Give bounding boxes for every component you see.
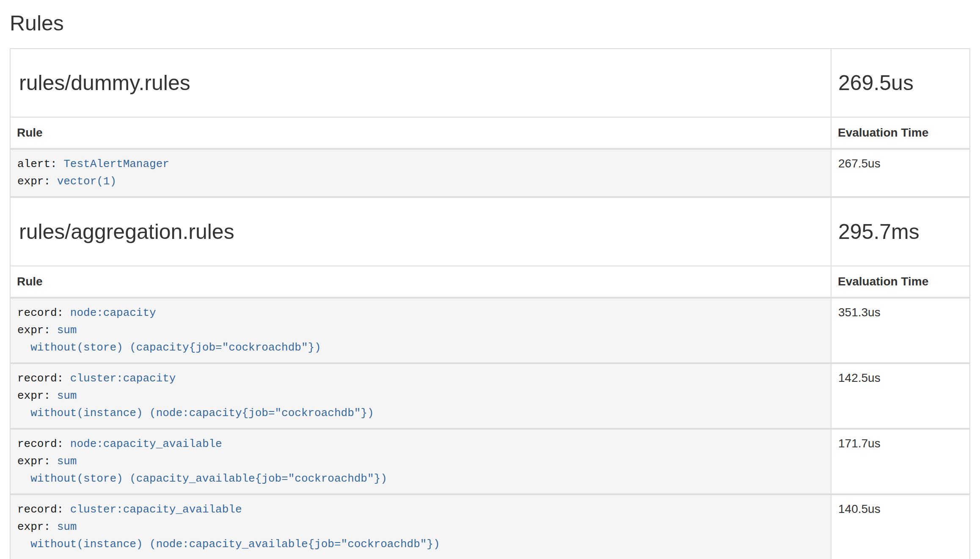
expr-keyword: expr:: [17, 324, 57, 337]
rule-definition-cell: record: cluster:capacity_available expr:…: [10, 494, 831, 559]
expr-link[interactable]: sum: [57, 389, 77, 402]
evaluation-time-column-header: Evaluation Time: [831, 266, 970, 298]
rule-definition: alert: TestAlertManager expr: vector(1): [17, 156, 824, 190]
rule-definition: record: cluster:capacity_available expr:…: [17, 501, 824, 553]
record-name-link[interactable]: node:capacity_available: [70, 438, 222, 450]
rule-eval-time: 140.5us: [831, 494, 970, 559]
rules-page: Rules rules/dummy.rules 269.5us Rule Eva…: [0, 11, 980, 559]
rule-definition-cell: record: node:capacity_available expr: su…: [10, 429, 831, 494]
record-keyword: record:: [17, 503, 70, 516]
page-title: Rules: [10, 11, 970, 36]
rule-definition-cell: alert: TestAlertManager expr: vector(1): [10, 149, 831, 197]
rule-eval-time: 267.5us: [831, 149, 970, 197]
column-header-row: Rule Evaluation Time: [10, 117, 970, 149]
record-name-link[interactable]: cluster:capacity: [70, 372, 176, 385]
rule-definition: record: node:capacity expr: sum without(…: [17, 304, 824, 356]
expr-link[interactable]: vector(1): [57, 175, 116, 188]
alert-name-link[interactable]: TestAlertManager: [63, 158, 169, 170]
rules-table: rules/dummy.rules 269.5us Rule Evaluatio…: [10, 48, 970, 559]
rule-group-eval-time-cell: 295.7ms: [831, 197, 970, 266]
rule-row: alert: TestAlertManager expr: vector(1) …: [10, 149, 970, 197]
expr-link[interactable]: sum: [57, 324, 77, 337]
expr-link[interactable]: without(instance) (node:capacity{job="co…: [17, 407, 374, 419]
rule-column-header: Rule: [10, 266, 831, 298]
rule-group-name-cell: rules/dummy.rules: [10, 49, 831, 117]
rule-row: record: node:capacity expr: sum without(…: [10, 298, 970, 363]
rule-eval-time: 171.7us: [831, 429, 970, 494]
rule-definition: record: cluster:capacity expr: sum witho…: [17, 370, 824, 422]
expr-link[interactable]: without(store) (capacity_available{job="…: [17, 472, 387, 485]
rule-definition: record: node:capacity_available expr: su…: [17, 436, 824, 488]
record-keyword: record:: [17, 438, 70, 450]
rule-group-eval-time: 269.5us: [838, 71, 961, 95]
rule-group-eval-time: 295.7ms: [838, 219, 961, 244]
rule-eval-time: 351.3us: [831, 298, 970, 363]
rule-row: record: node:capacity_available expr: su…: [10, 429, 970, 494]
evaluation-time-column-header: Evaluation Time: [831, 117, 970, 149]
alert-keyword: alert:: [17, 158, 63, 170]
expr-keyword: expr:: [17, 455, 57, 468]
rule-eval-time: 142.5us: [831, 363, 970, 429]
expr-keyword: expr:: [17, 521, 57, 533]
expr-link[interactable]: without(store) (capacity{job="cockroachd…: [17, 341, 321, 354]
rule-group-name-cell: rules/aggregation.rules: [10, 197, 831, 266]
expr-link[interactable]: sum: [57, 455, 77, 468]
expr-link[interactable]: without(instance) (node:capacity_availab…: [17, 538, 440, 551]
record-name-link[interactable]: node:capacity: [70, 307, 156, 319]
rule-group-name: rules/dummy.rules: [19, 71, 822, 95]
expr-link[interactable]: sum: [57, 521, 77, 533]
expr-keyword: expr:: [17, 175, 57, 188]
record-keyword: record:: [17, 372, 70, 385]
rule-group-eval-time-cell: 269.5us: [831, 49, 970, 117]
record-name-link[interactable]: cluster:capacity_available: [70, 503, 242, 516]
expr-keyword: expr:: [17, 389, 57, 402]
rule-column-header: Rule: [10, 117, 831, 149]
rule-row: record: cluster:capacity_available expr:…: [10, 494, 970, 559]
record-keyword: record:: [17, 307, 70, 319]
rule-definition-cell: record: node:capacity expr: sum without(…: [10, 298, 831, 363]
rule-row: record: cluster:capacity expr: sum witho…: [10, 363, 970, 429]
column-header-row: Rule Evaluation Time: [10, 266, 970, 298]
rule-definition-cell: record: cluster:capacity expr: sum witho…: [10, 363, 831, 429]
rule-group-header-row: rules/aggregation.rules 295.7ms: [10, 197, 970, 266]
rule-group-name: rules/aggregation.rules: [19, 219, 822, 244]
rule-group-header-row: rules/dummy.rules 269.5us: [10, 49, 970, 117]
